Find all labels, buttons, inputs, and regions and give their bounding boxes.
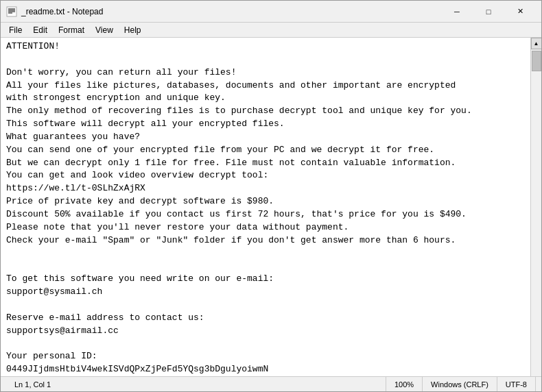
- line-ending: Windows (CRLF): [423, 377, 497, 391]
- cursor-position: Ln 1, Col 1: [6, 377, 386, 391]
- app-icon: [6, 6, 17, 17]
- window-controls: ─ □ ✕: [441, 1, 536, 23]
- window-title: _readme.txt - Notepad: [21, 7, 441, 16]
- close-button[interactable]: ✕: [504, 1, 536, 23]
- menu-view[interactable]: View: [90, 23, 119, 37]
- scroll-thumb[interactable]: [532, 51, 541, 71]
- menu-bar: File Edit Format View Help: [1, 23, 541, 38]
- menu-help[interactable]: Help: [119, 23, 147, 37]
- minimize-button[interactable]: ─: [441, 1, 473, 23]
- menu-edit[interactable]: Edit: [27, 23, 53, 37]
- maximize-button[interactable]: □: [473, 1, 504, 23]
- scrollbar[interactable]: ▲: [530, 38, 541, 376]
- zoom-level: 100%: [386, 377, 423, 391]
- title-bar: _readme.txt - Notepad ─ □ ✕: [1, 1, 541, 23]
- notepad-window: _readme.txt - Notepad ─ □ ✕ File Edit Fo…: [0, 0, 542, 392]
- menu-file[interactable]: File: [3, 23, 27, 37]
- encoding: UTF-8: [497, 377, 536, 391]
- scroll-up-button[interactable]: ▲: [531, 38, 542, 49]
- status-bar: Ln 1, Col 1 100% Windows (CRLF) UTF-8: [1, 376, 541, 391]
- text-editor[interactable]: [1, 38, 530, 376]
- editor-area: ▲: [1, 38, 541, 376]
- menu-format[interactable]: Format: [53, 23, 90, 37]
